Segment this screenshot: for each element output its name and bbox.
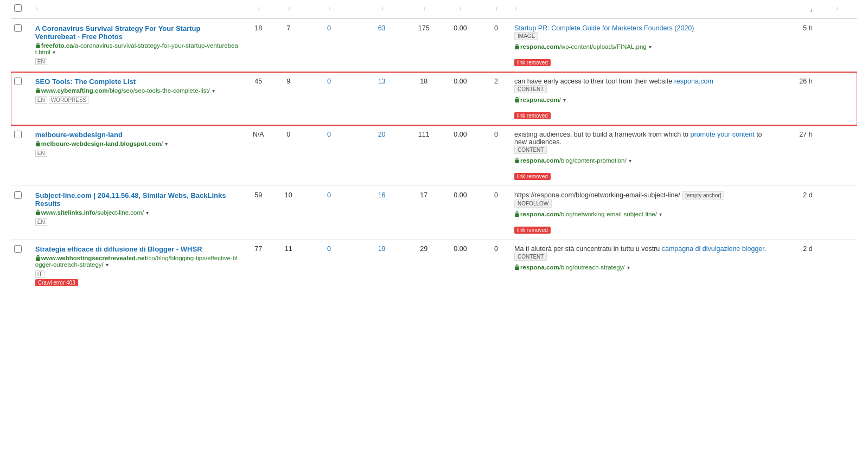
anchor-url-arrow[interactable]: ▾: [629, 158, 631, 164]
linked-domains-cell[interactable]: 20: [355, 125, 408, 186]
page-url[interactable]: www.sitelinks.info/subject-line.com/ ▾: [35, 209, 239, 216]
url-dropdown-arrow[interactable]: ▾: [53, 49, 55, 55]
link-type-badge: IMAGE: [514, 32, 538, 40]
page-title-link[interactable]: A Coronavirus Survival Strategy For Your…: [35, 24, 239, 41]
link-type-badge: CONTENT: [514, 85, 547, 93]
similar-info-icon[interactable]: ⁱ: [837, 7, 838, 13]
traffic-cell: 0.00: [439, 18, 481, 72]
anchor-text-link[interactable]: respona.com: [674, 78, 713, 85]
anchor-text-link[interactable]: Startup PR: Complete Guide for Marketers…: [514, 24, 694, 32]
select-all-header[interactable]: [11, 0, 32, 18]
page-title-link[interactable]: Subject-line.com | 204.11.56.48, Similar…: [35, 191, 239, 208]
anchor-info-icon[interactable]: ⁱ: [515, 7, 516, 13]
linked-domains-value[interactable]: 13: [378, 78, 386, 85]
anchor-url-arrow[interactable]: ▾: [649, 44, 652, 50]
anchor-url[interactable]: respona.com/wp-content/uploads/FINAL.png…: [514, 43, 771, 50]
referring-domains-value[interactable]: 0: [327, 191, 331, 199]
url-dropdown-arrow[interactable]: ▾: [165, 141, 168, 147]
referring-domains-cell[interactable]: 0: [303, 18, 355, 72]
referring-domains-value[interactable]: 0: [327, 245, 331, 253]
referring-domains-cell[interactable]: 0: [303, 125, 355, 186]
linked-domains-value[interactable]: 16: [378, 191, 386, 199]
linked-domains-cell[interactable]: 16: [355, 186, 408, 240]
dr-cell: 59: [242, 186, 274, 240]
anchor-url[interactable]: respona.com/ ▾: [514, 96, 771, 103]
referring-domains-cell[interactable]: 0: [303, 72, 355, 125]
page-url[interactable]: melboure-webdesign-land.blogspot.com/ ▾: [35, 140, 239, 147]
row-checkbox[interactable]: [14, 245, 22, 253]
page-url[interactable]: freefoto.ca/a-coronavirus-survival-strat…: [35, 42, 239, 55]
url-dropdown-arrow[interactable]: ▾: [146, 210, 149, 216]
ur-info-icon[interactable]: ⁱ: [289, 7, 290, 13]
lost-header[interactable]: ↓: [774, 0, 815, 18]
referring-page-info-icon[interactable]: ⁱ: [36, 7, 37, 13]
linked-domains-cell[interactable]: 13: [355, 72, 408, 125]
ext-cell: 29: [408, 240, 439, 292]
select-all-checkbox[interactable]: [14, 4, 22, 12]
anchor-text: Ma ti aiuterà per stà cuncentratu in tut…: [514, 245, 766, 253]
referring-domains-info-icon[interactable]: ⁱ: [329, 7, 330, 13]
similar-header: ⁱ: [816, 0, 857, 18]
url-dropdown-arrow[interactable]: ▾: [106, 262, 108, 268]
link-type-badge: CONTENT: [514, 146, 547, 154]
lock-icon: [514, 157, 520, 163]
lost-sort-icon: ↓: [810, 7, 813, 13]
anchor-text-link[interactable]: promote your content: [691, 131, 755, 138]
url-dropdown-arrow[interactable]: ▾: [212, 88, 215, 94]
anchor-url-arrow[interactable]: ▾: [627, 265, 630, 271]
anchor-backlink-cell: can have early access to their tool from…: [511, 72, 774, 125]
referring-domains-value[interactable]: 0: [327, 78, 331, 85]
anchor-url-arrow[interactable]: ▾: [659, 211, 662, 217]
lost-cell: 27 h: [774, 125, 815, 186]
anchor-url-arrow[interactable]: ▾: [563, 97, 566, 103]
row-checkbox[interactable]: [14, 131, 22, 138]
anchor-url-domain: respona.com: [520, 264, 559, 271]
anchor-url[interactable]: respona.com/blog/networking-email-subjec…: [514, 210, 771, 217]
page-title-link[interactable]: Strategia efficace di diffusione di Blog…: [35, 245, 239, 253]
page-title-link[interactable]: melboure-webdesign-land: [35, 131, 239, 139]
link-removed-badge: link removed: [514, 227, 551, 234]
row-checkbox[interactable]: [14, 191, 22, 199]
svg-rect-8: [36, 258, 40, 261]
referring-page-cell: A Coronavirus Survival Strategy For Your…: [32, 18, 242, 72]
linked-domains-value[interactable]: 19: [378, 245, 386, 253]
referring-domains-cell[interactable]: 0: [303, 240, 355, 292]
referring-page-cell: melboure-webdesign-land melboure-webdesi…: [32, 125, 242, 186]
traffic-info-icon[interactable]: ⁱ: [460, 7, 461, 13]
dr-cell: 77: [242, 240, 274, 292]
lock-icon: [35, 140, 41, 146]
row-checkbox[interactable]: [14, 78, 22, 85]
page-title-link[interactable]: SEO Tools: The Complete List: [35, 78, 239, 86]
table-row: A Coronavirus Survival Strategy For Your…: [11, 18, 857, 72]
linked-domains-value[interactable]: 63: [378, 24, 386, 32]
anchor-url-domain: respona.com: [520, 157, 559, 164]
ext-header: ⁱ: [408, 0, 439, 18]
kw-cell: 0: [481, 186, 511, 240]
page-url[interactable]: www.webhostingsecretrevealed.net/co/blog…: [35, 254, 239, 268]
lang-badge: IT: [35, 271, 44, 278]
lock-icon: [35, 209, 41, 215]
referring-domains-value[interactable]: 0: [327, 24, 331, 32]
linked-domains-cell[interactable]: 63: [355, 18, 408, 72]
url-domain: www.cyberrafting.com: [41, 87, 108, 94]
linked-domains-value[interactable]: 20: [378, 131, 386, 138]
anchor-url[interactable]: respona.com/blog/outreach-strategy/ ▾: [514, 263, 771, 271]
anchor-url[interactable]: respona.com/blog/content-promotion/ ▾: [514, 157, 771, 164]
ext-info-icon[interactable]: ⁱ: [424, 7, 425, 13]
linked-domains-cell[interactable]: 19: [355, 240, 408, 292]
kw-info-icon[interactable]: ⁱ: [496, 7, 497, 13]
row-checkbox[interactable]: [14, 24, 22, 32]
page-url[interactable]: www.cyberrafting.com/blog/seo/seo-tools-…: [35, 87, 239, 94]
ur-cell: 7: [274, 18, 303, 72]
anchor-url-domain: respona.com: [520, 43, 559, 50]
referring-domains-value[interactable]: 0: [327, 131, 331, 138]
dr-info-icon[interactable]: ⁱ: [258, 7, 259, 13]
referring-domains-header: ⁱ: [303, 0, 355, 18]
lock-icon: [514, 96, 520, 102]
kw-header: ⁱ: [481, 0, 511, 18]
referring-domains-cell[interactable]: 0: [303, 186, 355, 240]
anchor-text-link[interactable]: campagna di divulgazione blogger.: [662, 245, 767, 253]
anchor-text: can have early access to their tool from…: [514, 78, 713, 85]
referring-page-cell: Subject-line.com | 204.11.56.48, Similar…: [32, 186, 242, 240]
linked-domains-info-icon[interactable]: ⁱ: [382, 7, 383, 13]
